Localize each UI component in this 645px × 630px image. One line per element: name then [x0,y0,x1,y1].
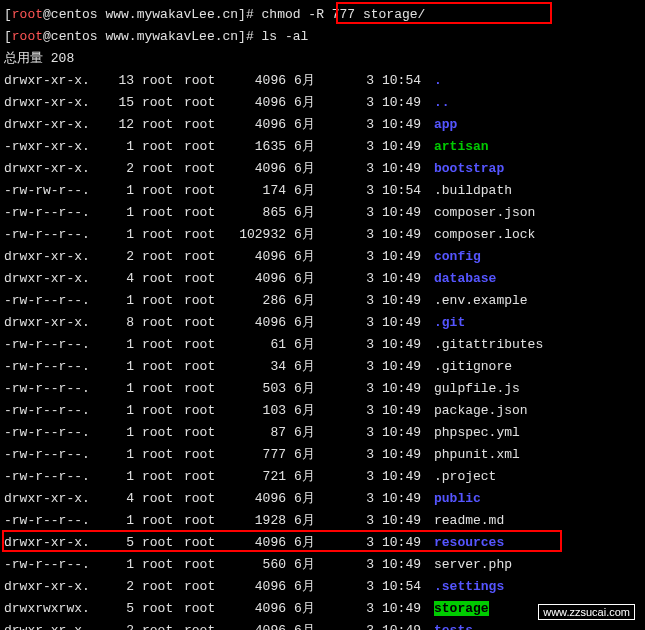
file-name: public [434,488,641,510]
list-item: -rwxr-xr-x.1 rootroot1635 6月3 10:49artis… [4,136,641,158]
file-permissions: drwxr-xr-x. [4,620,104,630]
file-owner: root [142,510,184,532]
file-day: 3 [352,246,374,268]
file-owner: root [142,70,184,92]
file-permissions: -rw-r--r--. [4,400,104,422]
file-owner: root [142,444,184,466]
link-count: 1 [104,224,134,246]
file-name: composer.lock [434,224,641,246]
file-size: 777 [226,444,286,466]
file-time: 10:49 [382,290,434,312]
file-time: 10:49 [382,400,434,422]
link-count: 15 [104,92,134,114]
list-item: drwxr-xr-x.15 rootroot4096 6月3 10:49.. [4,92,641,114]
file-size: 4096 [226,620,286,630]
file-permissions: drwxrwxrwx. [4,598,104,620]
list-item: drwxr-xr-x.2 rootroot4096 6月3 10:49boots… [4,158,641,180]
list-item: -rw-r--r--.1 rootroot1928 6月3 10:49readm… [4,510,641,532]
file-permissions: drwxr-xr-x. [4,532,104,554]
link-count: 1 [104,466,134,488]
file-month: 6月 [294,532,352,554]
file-group: root [184,620,226,630]
list-item: -rw-r--r--.1 rootroot103 6月3 10:49packag… [4,400,641,422]
file-day: 3 [352,598,374,620]
prompt-symbol: # [246,29,254,44]
file-size: 4096 [226,70,286,92]
file-owner: root [142,136,184,158]
list-item: drwxr-xr-x.13 rootroot4096 6月3 10:54. [4,70,641,92]
file-day: 3 [352,180,374,202]
file-group: root [184,268,226,290]
list-item: -rw-r--r--.1 rootroot87 6月3 10:49phpspec… [4,422,641,444]
file-permissions: -rw-r--r--. [4,202,104,224]
file-month: 6月 [294,92,352,114]
file-month: 6月 [294,180,352,202]
file-month: 6月 [294,466,352,488]
file-permissions: -rw-r--r--. [4,290,104,312]
file-permissions: -rw-rw-r--. [4,180,104,202]
file-month: 6月 [294,312,352,334]
file-permissions: drwxr-xr-x. [4,488,104,510]
file-group: root [184,422,226,444]
file-month: 6月 [294,620,352,630]
command-ls[interactable]: ls -al [262,29,309,44]
file-permissions: drwxr-xr-x. [4,158,104,180]
link-count: 1 [104,400,134,422]
file-size: 4096 [226,92,286,114]
list-item: -rw-r--r--.1 rootroot286 6月3 10:49.env.e… [4,290,641,312]
file-time: 10:49 [382,334,434,356]
file-owner: root [142,532,184,554]
file-size: 560 [226,554,286,576]
file-permissions: -rw-r--r--. [4,444,104,466]
file-time: 10:49 [382,466,434,488]
file-permissions: drwxr-xr-x. [4,114,104,136]
file-group: root [184,334,226,356]
command-chmod[interactable]: chmod -R 777 storage/ [262,7,426,22]
file-size: 102932 [226,224,286,246]
file-size: 4096 [226,488,286,510]
file-group: root [184,224,226,246]
list-item: -rw-rw-r--.1 rootroot174 6月3 10:54.build… [4,180,641,202]
file-permissions: drwxr-xr-x. [4,576,104,598]
link-count: 2 [104,158,134,180]
file-day: 3 [352,620,374,630]
file-day: 3 [352,312,374,334]
link-count: 1 [104,202,134,224]
file-day: 3 [352,444,374,466]
link-count: 1 [104,136,134,158]
file-time: 10:49 [382,114,434,136]
file-name: .gitignore [434,356,641,378]
file-group: root [184,532,226,554]
file-permissions: -rw-r--r--. [4,334,104,356]
file-day: 3 [352,202,374,224]
file-name: package.json [434,400,641,422]
file-size: 174 [226,180,286,202]
link-count: 4 [104,268,134,290]
link-count: 5 [104,532,134,554]
file-day: 3 [352,466,374,488]
file-time: 10:49 [382,510,434,532]
file-size: 503 [226,378,286,400]
file-owner: root [142,312,184,334]
file-day: 3 [352,488,374,510]
file-owner: root [142,356,184,378]
file-day: 3 [352,136,374,158]
file-permissions: drwxr-xr-x. [4,268,104,290]
file-size: 286 [226,290,286,312]
file-month: 6月 [294,400,352,422]
file-month: 6月 [294,246,352,268]
file-name: .. [434,92,641,114]
file-owner: root [142,576,184,598]
file-time: 10:54 [382,70,434,92]
file-group: root [184,598,226,620]
list-item: -rw-r--r--.1 rootroot560 6月3 10:49server… [4,554,641,576]
list-item: -rw-r--r--.1 rootroot865 6月3 10:49compos… [4,202,641,224]
file-day: 3 [352,158,374,180]
file-time: 10:49 [382,422,434,444]
file-group: root [184,488,226,510]
file-name: server.php [434,554,641,576]
file-name: tests [434,620,641,630]
file-time: 10:49 [382,620,434,630]
file-name: .project [434,466,641,488]
file-owner: root [142,466,184,488]
